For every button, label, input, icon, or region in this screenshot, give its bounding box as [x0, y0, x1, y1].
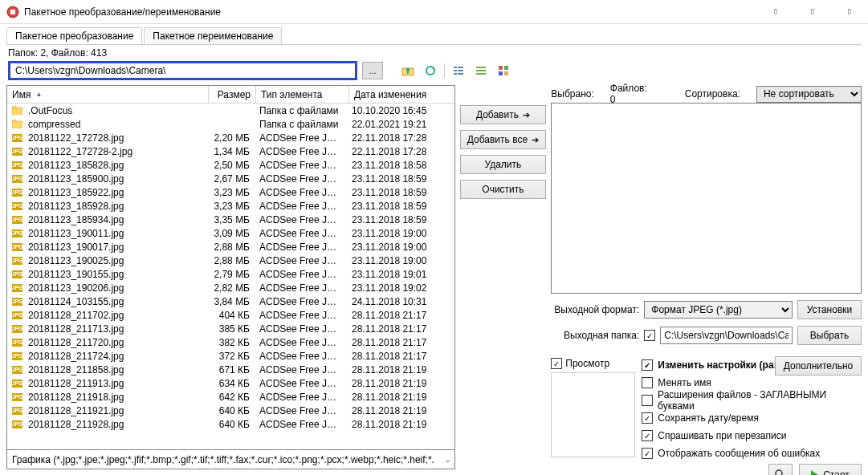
folder-up-icon[interactable] — [399, 62, 417, 79]
file-name: 20181123_185922.jpg — [28, 187, 124, 198]
table-row[interactable]: JPG20181123_185928.jpg3,23 МБACDSee Free… — [7, 199, 454, 213]
show-errors-checkbox[interactable]: ✓ — [642, 448, 653, 459]
file-date: 28.11.2018 21:19 — [347, 419, 435, 430]
selected-files-list[interactable] — [551, 103, 862, 294]
upper-ext-checkbox[interactable] — [642, 395, 653, 406]
arrow-right-icon: ➔ — [532, 135, 539, 145]
file-name: .OutFocus — [28, 105, 72, 116]
out-folder-checkbox[interactable]: ✓ — [644, 330, 655, 341]
test-button[interactable] — [768, 464, 793, 475]
change-settings-checkbox[interactable]: ✓ — [642, 359, 653, 371]
file-type: ACDSee Free JPEG ... — [255, 405, 347, 416]
out-format-select[interactable]: Формат JPEG (*.jpg) — [644, 301, 793, 319]
table-row[interactable]: JPG20181124_103155.jpg3,84 МБACDSee Free… — [7, 294, 454, 308]
table-row[interactable]: JPG20181128_211720.jpg382 КБACDSee Free … — [7, 335, 454, 349]
table-row[interactable]: JPG20181123_185934.jpg3,35 МБACDSee Free… — [7, 213, 454, 226]
svg-rect-11 — [476, 70, 486, 71]
tab-rename[interactable]: Пакетное переименование — [144, 27, 282, 44]
table-row[interactable]: JPG20181123_190011.jpg3,09 МБACDSee Free… — [7, 226, 454, 240]
choose-folder-button[interactable]: Выбрать — [797, 326, 862, 345]
jpg-icon: JPG — [12, 173, 22, 184]
table-row[interactable]: JPG20181128_211724.jpg372 КБACDSee Free … — [7, 349, 454, 363]
table-row[interactable]: JPG20181123_185828.jpg2,50 МБACDSee Free… — [7, 158, 454, 172]
table-row[interactable]: .OutFocusПапка с файлами10.10.2020 16:45 — [7, 104, 454, 117]
svg-rect-15 — [499, 71, 503, 75]
table-row[interactable]: JPG20181128_211858.jpg671 КБACDSee Free … — [7, 363, 454, 376]
filter-bar[interactable]: Графика (*.jpg;*.jpe;*.jpeg;*.jfif;*.bmp… — [6, 450, 455, 469]
file-name: 20181128_211928.jpg — [28, 419, 124, 430]
file-size: 2,79 МБ — [208, 269, 255, 280]
file-type: ACDSee Free JPEG ... — [255, 269, 347, 280]
file-type: ACDSee Free JPEG ... — [255, 228, 347, 239]
minimize-button[interactable]:  — [757, 0, 794, 24]
col-type[interactable]: Тип элемента — [256, 89, 348, 100]
file-type: ACDSee Free JPEG ... — [255, 337, 347, 348]
col-name[interactable]: Имя▲ — [7, 89, 208, 100]
preview-checkbox[interactable]: ✓ — [551, 358, 562, 369]
play-icon — [811, 470, 818, 475]
settings-button[interactable]: Установки — [797, 300, 862, 319]
view-thumbs-icon[interactable] — [495, 62, 512, 79]
advanced-button[interactable]: Дополнительно — [775, 356, 862, 376]
table-row[interactable]: JPG20181128_211928.jpg640 КБACDSee Free … — [7, 417, 454, 431]
file-date: 23.11.2018 19:00 — [347, 242, 435, 253]
col-date[interactable]: Дата изменения — [349, 89, 438, 100]
show-errors-label: Отображать сообщения об ошибках — [658, 448, 820, 459]
file-size: 3,84 МБ — [208, 296, 255, 307]
sort-select[interactable]: Не сортировать — [756, 86, 862, 103]
file-name: 20181128_211858.jpg — [28, 364, 124, 376]
browse-button[interactable]: ... — [362, 62, 383, 79]
table-row[interactable]: JPG20181123_185900.jpg2,67 МБACDSee Free… — [7, 172, 454, 185]
file-type: ACDSee Free JPEG ... — [255, 296, 347, 307]
jpg-icon: JPG — [12, 132, 22, 143]
table-row[interactable]: JPG20181123_190155.jpg2,79 МБACDSee Free… — [7, 267, 454, 281]
maximize-button[interactable]:  — [794, 0, 831, 24]
file-size: 640 КБ — [208, 405, 255, 416]
file-size: 372 КБ — [208, 351, 255, 362]
rename-checkbox[interactable] — [642, 377, 653, 388]
table-row[interactable]: JPG20181128_211702.jpg404 КБACDSee Free … — [7, 308, 454, 322]
tabs: Пакетное преобразование Пакетное переиме… — [0, 24, 868, 44]
ask-overwrite-checkbox[interactable]: ✓ — [642, 430, 653, 441]
table-row[interactable]: JPG20181128_211918.jpg642 КБACDSee Free … — [7, 390, 454, 404]
table-row[interactable]: JPG20181122_172728-2.jpg1,34 МБACDSee Fr… — [7, 144, 454, 158]
table-row[interactable]: JPG20181128_211913.jpg634 КБACDSee Free … — [7, 376, 454, 390]
close-button[interactable]:  — [831, 0, 868, 24]
file-size: 634 КБ — [208, 378, 255, 389]
file-name: 20181123_185828.jpg — [28, 160, 124, 171]
keep-date-checkbox[interactable]: ✓ — [642, 412, 653, 424]
svg-rect-7 — [458, 70, 463, 71]
add-all-button[interactable]: Добавить все➔ — [460, 130, 547, 149]
file-name: 20181123_190206.jpg — [28, 282, 124, 294]
table-row[interactable]: JPG20181123_190017.jpg2,88 МБACDSee Free… — [7, 240, 454, 254]
view-list-icon[interactable] — [472, 62, 490, 79]
table-row[interactable]: compressedПапка с файлами22.01.2021 19:2… — [7, 117, 454, 131]
out-folder-input[interactable] — [660, 327, 793, 344]
table-row[interactable]: JPG20181128_211713.jpg385 КБACDSee Free … — [7, 322, 454, 335]
table-row[interactable]: JPG20181123_190206.jpg2,82 МБACDSee Free… — [7, 281, 454, 294]
table-row[interactable]: JPG20181128_211921.jpg640 КБACDSee Free … — [7, 404, 454, 417]
file-name: 20181128_211918.jpg — [28, 392, 124, 403]
clear-button[interactable]: Очистить — [460, 180, 547, 199]
remove-button[interactable]: Удалить — [460, 155, 547, 174]
table-row[interactable]: JPG20181123_185922.jpg3,23 МБACDSee Free… — [7, 185, 454, 199]
path-input[interactable] — [8, 61, 357, 80]
chevron-down-icon: ⌵ — [446, 456, 450, 464]
file-date: 28.11.2018 21:17 — [347, 310, 435, 321]
upper-ext-label: Расширения файлов - ЗАГЛАВНЫМИ буквами — [658, 389, 862, 412]
col-size[interactable]: Размер — [209, 89, 255, 100]
file-name: 20181123_185934.jpg — [28, 214, 124, 225]
jpg-icon: JPG — [12, 337, 22, 347]
start-button[interactable]: Старт — [799, 464, 862, 475]
refresh-icon[interactable] — [422, 62, 439, 79]
add-button[interactable]: Добавить➔ — [460, 105, 547, 124]
file-size: 382 КБ — [208, 337, 255, 348]
tab-convert[interactable]: Пакетное преобразование — [6, 27, 142, 44]
table-row[interactable]: JPG20181122_172728.jpg2,20 МБACDSee Free… — [7, 131, 454, 144]
view-details-icon[interactable] — [450, 62, 467, 79]
arrow-right-icon: ➔ — [523, 110, 530, 120]
preview-box — [551, 372, 635, 457]
svg-rect-8 — [454, 73, 457, 75]
table-body[interactable]: .OutFocusПапка с файлами10.10.2020 16:45… — [7, 104, 454, 449]
table-row[interactable]: JPG20181123_190025.jpg2,88 МБACDSee Free… — [7, 254, 454, 267]
